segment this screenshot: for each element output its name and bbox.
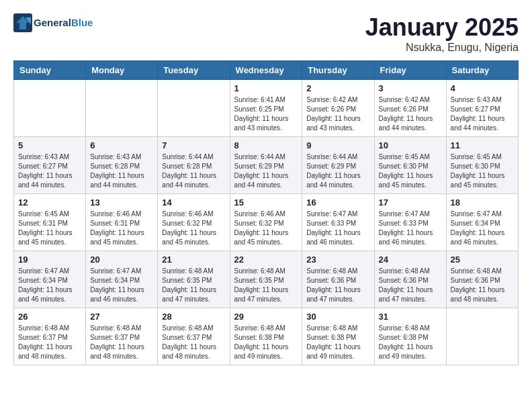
calendar-header-row: SundayMondayTuesdayWednesdayThursdayFrid… [14, 61, 519, 80]
day-header-thursday: Thursday [302, 61, 374, 80]
month-title: January 2025 [365, 13, 519, 42]
calendar-cell: 31Sunrise: 6:48 AMSunset: 6:38 PMDayligh… [374, 308, 446, 365]
calendar-week-row: 19Sunrise: 6:47 AMSunset: 6:34 PMDayligh… [14, 251, 519, 308]
calendar-cell: 23Sunrise: 6:48 AMSunset: 6:36 PMDayligh… [302, 251, 374, 308]
calendar-week-row: 26Sunrise: 6:48 AMSunset: 6:37 PMDayligh… [14, 308, 519, 365]
calendar-cell: 13Sunrise: 6:46 AMSunset: 6:31 PMDayligh… [86, 194, 158, 251]
calendar-cell: 26Sunrise: 6:48 AMSunset: 6:37 PMDayligh… [14, 308, 86, 365]
cell-sun-info: Sunrise: 6:48 AMSunset: 6:38 PMDaylight:… [379, 324, 442, 361]
day-number: 3 [379, 83, 442, 93]
calendar-cell: 27Sunrise: 6:48 AMSunset: 6:37 PMDayligh… [86, 308, 158, 365]
day-number: 12 [18, 197, 81, 208]
day-header-sunday: Sunday [14, 61, 86, 80]
calendar-week-row: 5Sunrise: 6:43 AMSunset: 6:27 PMDaylight… [14, 137, 519, 194]
day-header-friday: Friday [374, 61, 446, 80]
calendar-cell: 18Sunrise: 6:47 AMSunset: 6:34 PMDayligh… [446, 194, 518, 251]
day-number: 14 [162, 197, 225, 208]
day-number: 17 [379, 197, 442, 208]
day-number: 22 [234, 255, 298, 265]
day-number: 27 [90, 312, 153, 322]
day-number: 10 [379, 140, 442, 150]
calendar-cell: 11Sunrise: 6:45 AMSunset: 6:30 PMDayligh… [446, 137, 518, 194]
day-number: 8 [234, 140, 298, 150]
day-number: 5 [18, 140, 81, 150]
cell-sun-info: Sunrise: 6:48 AMSunset: 6:35 PMDaylight:… [162, 267, 225, 304]
calendar-cell: 4Sunrise: 6:43 AMSunset: 6:27 PMDaylight… [446, 80, 518, 137]
calendar-cell: 29Sunrise: 6:48 AMSunset: 6:38 PMDayligh… [230, 308, 302, 365]
calendar-cell: 10Sunrise: 6:45 AMSunset: 6:30 PMDayligh… [374, 137, 446, 194]
cell-sun-info: Sunrise: 6:48 AMSunset: 6:37 PMDaylight:… [162, 324, 225, 361]
day-number: 23 [306, 255, 369, 265]
calendar-cell: 14Sunrise: 6:46 AMSunset: 6:32 PMDayligh… [158, 194, 230, 251]
calendar-week-row: 12Sunrise: 6:45 AMSunset: 6:31 PMDayligh… [14, 194, 519, 251]
calendar-cell: 7Sunrise: 6:44 AMSunset: 6:28 PMDaylight… [158, 137, 230, 194]
day-number: 30 [306, 312, 369, 322]
cell-sun-info: Sunrise: 6:44 AMSunset: 6:29 PMDaylight:… [306, 152, 369, 190]
calendar-cell: 6Sunrise: 6:43 AMSunset: 6:28 PMDaylight… [86, 137, 158, 194]
cell-sun-info: Sunrise: 6:43 AMSunset: 6:28 PMDaylight:… [90, 152, 153, 190]
day-number: 15 [234, 197, 298, 208]
calendar-cell: 8Sunrise: 6:44 AMSunset: 6:29 PMDaylight… [230, 137, 302, 194]
calendar-cell: 21Sunrise: 6:48 AMSunset: 6:35 PMDayligh… [158, 251, 230, 308]
calendar-cell: 16Sunrise: 6:47 AMSunset: 6:33 PMDayligh… [302, 194, 374, 251]
day-number: 13 [90, 197, 153, 208]
day-number: 1 [234, 83, 298, 93]
cell-sun-info: Sunrise: 6:42 AMSunset: 6:26 PMDaylight:… [379, 95, 442, 133]
logo-text: GeneralBlue [34, 17, 93, 29]
day-number: 26 [18, 312, 81, 322]
calendar-cell: 3Sunrise: 6:42 AMSunset: 6:26 PMDaylight… [374, 80, 446, 137]
day-number: 2 [306, 83, 369, 93]
logo: GeneralBlue [13, 13, 93, 32]
cell-sun-info: Sunrise: 6:48 AMSunset: 6:36 PMDaylight:… [306, 267, 369, 304]
calendar-cell: 2Sunrise: 6:42 AMSunset: 6:26 PMDaylight… [302, 80, 374, 137]
day-number: 21 [162, 255, 225, 265]
day-number: 4 [451, 83, 514, 93]
day-number: 29 [234, 312, 298, 322]
cell-sun-info: Sunrise: 6:48 AMSunset: 6:37 PMDaylight:… [18, 324, 81, 361]
cell-sun-info: Sunrise: 6:43 AMSunset: 6:27 PMDaylight:… [451, 95, 514, 133]
day-number: 24 [379, 255, 442, 265]
cell-sun-info: Sunrise: 6:44 AMSunset: 6:29 PMDaylight:… [234, 152, 298, 190]
calendar-cell: 15Sunrise: 6:46 AMSunset: 6:32 PMDayligh… [230, 194, 302, 251]
cell-sun-info: Sunrise: 6:48 AMSunset: 6:35 PMDaylight:… [234, 267, 298, 304]
calendar-cell [14, 80, 86, 137]
day-number: 19 [18, 255, 81, 265]
calendar-cell [86, 80, 158, 137]
cell-sun-info: Sunrise: 6:48 AMSunset: 6:37 PMDaylight:… [90, 324, 153, 361]
cell-sun-info: Sunrise: 6:41 AMSunset: 6:25 PMDaylight:… [234, 95, 298, 133]
calendar-cell: 1Sunrise: 6:41 AMSunset: 6:25 PMDaylight… [230, 80, 302, 137]
cell-sun-info: Sunrise: 6:44 AMSunset: 6:28 PMDaylight:… [162, 152, 225, 190]
day-header-tuesday: Tuesday [158, 61, 230, 80]
cell-sun-info: Sunrise: 6:47 AMSunset: 6:34 PMDaylight:… [90, 267, 153, 304]
logo-icon [13, 13, 32, 32]
cell-sun-info: Sunrise: 6:47 AMSunset: 6:34 PMDaylight:… [18, 267, 81, 304]
cell-sun-info: Sunrise: 6:45 AMSunset: 6:31 PMDaylight:… [18, 210, 81, 247]
calendar-cell [446, 308, 518, 365]
day-header-wednesday: Wednesday [230, 61, 302, 80]
cell-sun-info: Sunrise: 6:45 AMSunset: 6:30 PMDaylight:… [379, 152, 442, 190]
calendar-cell: 24Sunrise: 6:48 AMSunset: 6:36 PMDayligh… [374, 251, 446, 308]
day-number: 25 [451, 255, 514, 265]
day-header-monday: Monday [86, 61, 158, 80]
day-header-saturday: Saturday [446, 61, 518, 80]
calendar-cell: 30Sunrise: 6:48 AMSunset: 6:38 PMDayligh… [302, 308, 374, 365]
cell-sun-info: Sunrise: 6:46 AMSunset: 6:31 PMDaylight:… [90, 210, 153, 247]
day-number: 20 [90, 255, 153, 265]
cell-sun-info: Sunrise: 6:48 AMSunset: 6:38 PMDaylight:… [306, 324, 369, 361]
cell-sun-info: Sunrise: 6:47 AMSunset: 6:33 PMDaylight:… [306, 210, 369, 247]
cell-sun-info: Sunrise: 6:47 AMSunset: 6:34 PMDaylight:… [451, 210, 514, 247]
cell-sun-info: Sunrise: 6:42 AMSunset: 6:26 PMDaylight:… [306, 95, 369, 133]
day-number: 28 [162, 312, 225, 322]
calendar-cell: 9Sunrise: 6:44 AMSunset: 6:29 PMDaylight… [302, 137, 374, 194]
calendar-table: SundayMondayTuesdayWednesdayThursdayFrid… [13, 60, 519, 365]
cell-sun-info: Sunrise: 6:46 AMSunset: 6:32 PMDaylight:… [162, 210, 225, 247]
day-number: 7 [162, 140, 225, 150]
cell-sun-info: Sunrise: 6:48 AMSunset: 6:36 PMDaylight:… [451, 267, 514, 304]
cell-sun-info: Sunrise: 6:45 AMSunset: 6:30 PMDaylight:… [451, 152, 514, 190]
day-number: 18 [451, 197, 514, 208]
page-header: GeneralBlue January 2025 Nsukka, Enugu, … [13, 13, 519, 54]
title-block: January 2025 Nsukka, Enugu, Nigeria [365, 13, 519, 54]
day-number: 16 [306, 197, 369, 208]
day-number: 31 [379, 312, 442, 322]
cell-sun-info: Sunrise: 6:47 AMSunset: 6:33 PMDaylight:… [379, 210, 442, 247]
